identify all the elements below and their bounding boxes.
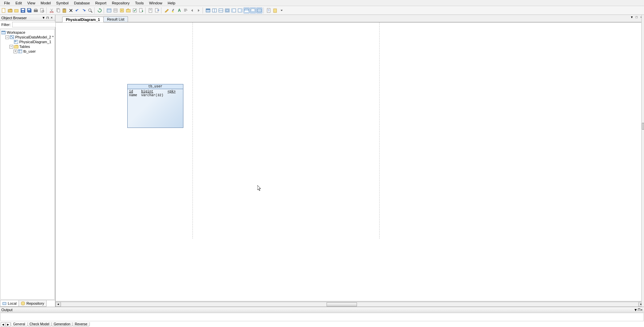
paste-icon[interactable] xyxy=(61,7,68,13)
svg-rect-23 xyxy=(114,9,117,12)
menu-symbol[interactable]: Symbol xyxy=(53,1,71,5)
panel-close-icon[interactable]: × xyxy=(50,16,54,20)
align-left-icon[interactable] xyxy=(183,7,189,13)
tab-physical-diagram[interactable]: PhysicalDiagram_1 xyxy=(62,17,104,22)
new-model-icon[interactable]: + xyxy=(119,7,125,13)
scroll-thumb[interactable] xyxy=(327,302,357,306)
output-tab-reverse[interactable]: Reverse xyxy=(72,322,89,326)
tree-table-item[interactable]: + tb_user xyxy=(1,49,54,54)
menu-window[interactable]: Window xyxy=(146,1,165,5)
output-tab-prev-icon[interactable]: ◄ xyxy=(1,322,5,327)
print-icon[interactable] xyxy=(33,7,39,13)
tab-menu-icon[interactable]: ▼ xyxy=(630,16,634,20)
svg-rect-28 xyxy=(126,9,130,12)
filter-input[interactable] xyxy=(12,22,61,27)
menu-repository[interactable]: Repository xyxy=(109,1,132,5)
tree-workspace[interactable]: Workspace xyxy=(1,30,54,35)
menu-view[interactable]: View xyxy=(25,1,38,5)
highlight-icon[interactable] xyxy=(170,7,176,13)
open-icon[interactable] xyxy=(14,7,20,13)
redo-icon[interactable] xyxy=(81,7,87,13)
menu-help[interactable]: Help xyxy=(165,1,178,5)
window8-icon[interactable] xyxy=(250,7,256,13)
new-package-icon[interactable] xyxy=(125,7,131,13)
output-tab-check-model[interactable]: Check Model xyxy=(27,322,52,326)
diagram-canvas[interactable]: tb_user id bigint <pk> name varchar(32) xyxy=(55,22,644,301)
dropdown-icon[interactable] xyxy=(279,7,285,13)
tree-diagram[interactable]: PhysicalDiagram_1 xyxy=(1,39,54,44)
svg-rect-58 xyxy=(1,31,5,32)
window6-icon[interactable] xyxy=(237,7,243,13)
output-dropdown-icon[interactable]: ▼ xyxy=(634,308,638,312)
window3-icon[interactable] xyxy=(218,7,224,13)
menu-tools[interactable]: Tools xyxy=(132,1,147,5)
copy-icon[interactable] xyxy=(55,7,61,13)
scroll-track[interactable] xyxy=(61,302,639,307)
svg-rect-21 xyxy=(107,9,111,12)
back-icon[interactable] xyxy=(189,7,195,13)
object-browser-title: Object Browser ▼ ⊓ × xyxy=(0,15,55,21)
entity-table[interactable]: tb_user id bigint <pk> name varchar(32) xyxy=(127,84,183,128)
menu-database[interactable]: Database xyxy=(71,1,93,5)
new-icon[interactable] xyxy=(1,7,7,13)
report-icon[interactable] xyxy=(148,7,154,13)
svg-rect-56 xyxy=(274,9,277,12)
svg-rect-59 xyxy=(10,35,14,39)
window7-icon[interactable] xyxy=(243,7,250,13)
tree-tables-folder[interactable]: − Tables xyxy=(1,44,54,49)
output-tab-next-icon[interactable]: ► xyxy=(6,322,10,327)
print-preview-icon[interactable] xyxy=(39,7,45,13)
output-content[interactable] xyxy=(0,313,644,321)
font-icon[interactable]: A xyxy=(176,7,182,13)
check-model-icon[interactable] xyxy=(132,7,138,13)
window4-icon[interactable] xyxy=(224,7,230,13)
menu-file[interactable]: File xyxy=(1,1,13,5)
collapse-icon[interactable]: − xyxy=(9,45,13,49)
window9-icon[interactable] xyxy=(256,7,262,13)
edit-icon[interactable] xyxy=(163,7,170,13)
save-icon[interactable] xyxy=(20,7,26,13)
tab-local-label: Local xyxy=(8,301,17,305)
cut-icon[interactable] xyxy=(49,7,55,13)
workspace-icon xyxy=(1,30,6,34)
about-icon[interactable] xyxy=(272,7,278,13)
menu-report[interactable]: Report xyxy=(93,1,109,5)
tree-model[interactable]: − PhysicalDataModel_2 * xyxy=(1,35,54,39)
undo-icon[interactable] xyxy=(74,7,80,13)
window2-icon[interactable] xyxy=(211,7,217,13)
tab-result-list[interactable]: Result List xyxy=(103,16,128,22)
saveall-icon[interactable] xyxy=(26,7,32,13)
svg-rect-53 xyxy=(257,9,261,12)
find-icon[interactable] xyxy=(87,7,93,13)
object-browser-panel: Object Browser ▼ ⊓ × Filter: Workspace −… xyxy=(0,15,55,307)
window5-icon[interactable] xyxy=(231,7,237,13)
output-close-icon[interactable]: × xyxy=(641,308,643,312)
window1-icon[interactable] xyxy=(205,7,211,13)
forward-icon[interactable] xyxy=(196,7,202,13)
refresh-icon[interactable] xyxy=(97,7,103,13)
help-icon[interactable]: ? xyxy=(266,7,272,13)
output-tab-general[interactable]: General xyxy=(11,322,28,326)
export-icon[interactable] xyxy=(154,7,160,13)
delete-icon[interactable] xyxy=(68,7,74,13)
menu-edit[interactable]: Edit xyxy=(13,1,25,5)
panel-dropdown-icon[interactable]: ▼ xyxy=(42,16,46,20)
object-tree[interactable]: Workspace − PhysicalDataModel_2 * Physic… xyxy=(0,29,55,300)
right-grip-icon[interactable] xyxy=(642,123,644,130)
horizontal-scrollbar[interactable]: ◄ ► xyxy=(55,301,644,307)
scroll-left-icon[interactable]: ◄ xyxy=(55,302,61,307)
tab-maximize-icon[interactable]: □ xyxy=(635,16,639,20)
output-pin-icon[interactable]: ⊓ xyxy=(638,307,641,312)
menu-model[interactable]: Model xyxy=(38,1,53,5)
output-tab-generation[interactable]: Generation xyxy=(51,322,73,326)
tab-repository[interactable]: Repository xyxy=(19,300,47,307)
list-icon[interactable] xyxy=(112,7,119,13)
generate-icon[interactable] xyxy=(138,7,144,13)
expand-icon[interactable]: + xyxy=(14,50,17,53)
panel-pin-icon[interactable]: ⊓ xyxy=(46,16,50,20)
properties-icon[interactable] xyxy=(106,7,112,13)
tab-local[interactable]: Local xyxy=(0,300,19,307)
collapse-icon[interactable]: − xyxy=(5,35,9,39)
output-title-label: Output xyxy=(1,308,12,312)
open-project-icon[interactable] xyxy=(7,7,13,13)
